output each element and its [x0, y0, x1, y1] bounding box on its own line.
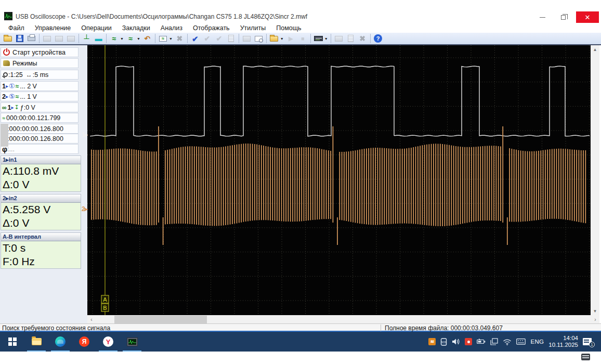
help-icon: ?	[374, 34, 382, 43]
language-indicator[interactable]: ENG	[530, 339, 544, 345]
export-doc-icon[interactable]	[345, 33, 357, 44]
edit-signal-icon[interactable]	[65, 33, 77, 44]
power-icon	[3, 49, 10, 56]
sidebar-item-trigger[interactable]: ∞ 1 ▸ ↧ ƒ:0 V ▶	[1, 102, 79, 112]
apply-check-icon[interactable]: ✔	[189, 33, 201, 44]
channel1-marker[interactable]: 1▸	[82, 131, 87, 138]
volume-icon[interactable]	[452, 338, 460, 345]
sidebar-item-channel1[interactable]: 1 ▸ ① ≈ ... 2 V ◀▶	[1, 81, 79, 91]
scroll-up-icon[interactable]: ▲	[591, 45, 599, 54]
sidebar-item-phase[interactable]: φ :... ▶	[1, 144, 79, 154]
selection-icon[interactable]: ▬	[93, 33, 104, 44]
battery-icon[interactable]	[477, 339, 486, 345]
tray-recorder-icon[interactable]	[465, 338, 472, 345]
menu-control[interactable]: Управление	[30, 24, 76, 33]
menu-bookmarks[interactable]: Закладки	[117, 24, 155, 33]
print-icon[interactable]	[25, 33, 37, 44]
check-all-icon[interactable]: ✔	[213, 33, 225, 44]
sidebar-item-cursor-a[interactable]: A :000:00:00.126.800 ◀▶	[1, 124, 79, 134]
panel-header[interactable]: 1▸in1	[1, 156, 81, 164]
sidebar-item-zoom-sweep[interactable]: :1:25 ↔ :5 ms ◀▶	[1, 70, 79, 80]
tray-sos-icon[interactable]: SOS	[440, 338, 447, 346]
tray-app-icon[interactable]: ≋	[428, 338, 436, 345]
zoom-horizontal-icon-dropdown[interactable]: ▼	[137, 37, 140, 41]
play-icon[interactable]: ▶	[285, 33, 297, 44]
vertical-scroll-thumb[interactable]	[1, 124, 8, 147]
toolbar-separator	[370, 34, 371, 43]
panel-header[interactable]: 2▸in2	[1, 194, 81, 203]
save-file-icon[interactable]	[14, 33, 25, 44]
sidebar-item-modes[interactable]: Режимы ▶	[1, 58, 79, 68]
taskbar-oscilloscope[interactable]	[121, 332, 143, 352]
report-icon[interactable]	[225, 33, 237, 44]
toolbar-separator	[106, 34, 107, 43]
sidebar-item-channel2[interactable]: 2 ▸ ⑤ ≈ ... 1 V ◀▶	[1, 92, 79, 101]
panel-header[interactable]: A-B интервал	[1, 233, 81, 241]
delete-marker-icon[interactable]: ✖	[174, 33, 186, 44]
view-panels-icon[interactable]: ≈	[157, 33, 169, 44]
measure-panel-icon-dropdown[interactable]: ▼	[324, 37, 328, 41]
load-template-icon[interactable]	[268, 33, 280, 44]
copy-fragment-icon[interactable]	[53, 33, 65, 44]
edit-signal-icon	[67, 36, 75, 42]
menu-file[interactable]: Файл	[3, 24, 30, 33]
scroll-down-icon[interactable]: ▼	[591, 307, 599, 315]
value-delta: Δ:0 V	[1, 178, 81, 191]
open-file-icon[interactable]	[2, 33, 14, 44]
report-icon	[228, 35, 234, 42]
notification-center-icon[interactable]: 1	[583, 338, 592, 345]
open-file-icon	[4, 36, 12, 42]
scroll-right-icon[interactable]: ›	[591, 315, 599, 324]
chart-grid-icon[interactable]	[241, 33, 253, 44]
check-all-icon: ✔	[216, 35, 222, 42]
touch-keyboard-tray-icon[interactable]	[516, 339, 526, 345]
stop-icon[interactable]: ■	[297, 33, 309, 44]
chart-grid-icon	[243, 36, 251, 42]
sidebar-item-start-device[interactable]: Старт устройства ▶	[1, 47, 79, 57]
sidebar-item-current-time[interactable]: ≈ 000:00:00.121.799 ◀▶	[1, 113, 79, 123]
copy-image-icon[interactable]	[41, 33, 53, 44]
touch-keyboard-icon[interactable]	[581, 354, 590, 360]
menu-utilities[interactable]: Утилиты	[235, 24, 271, 33]
taskbar-file-explorer[interactable]	[25, 332, 48, 352]
clock[interactable]: 14:04 10.11.2025	[548, 335, 578, 348]
export-image-icon	[335, 36, 343, 42]
menu-display[interactable]: Отображать	[188, 24, 235, 33]
check-next-icon[interactable]: ✔	[201, 33, 213, 44]
zoom-vertical-icon[interactable]: ≈	[108, 33, 120, 44]
delete-file-icon[interactable]: ✖	[357, 33, 369, 44]
scroll-left-icon[interactable]: ‹	[87, 315, 96, 324]
save-file-icon	[16, 35, 23, 42]
horizontal-scrollbar[interactable]: ‹ ›	[87, 315, 599, 324]
search-signal-icon[interactable]	[253, 33, 265, 44]
horizontal-scroll-thumb[interactable]	[114, 316, 207, 323]
close-button[interactable]: ✕	[576, 11, 599, 23]
taskbar-edge[interactable]	[49, 332, 72, 352]
waveform-display[interactable]: AB	[87, 45, 591, 315]
zoom-vertical-icon-dropdown[interactable]: ▼	[120, 37, 124, 41]
help-icon[interactable]: ?	[372, 33, 384, 44]
load-template-icon-dropdown[interactable]: ▼	[280, 37, 284, 41]
trigger-edge-icon: ↧	[15, 104, 19, 111]
view-panels-icon-dropdown[interactable]: ▼	[169, 37, 173, 41]
measure-panel-icon[interactable]	[312, 33, 324, 44]
undo-icon[interactable]: ↶	[141, 33, 153, 44]
export-image-icon[interactable]	[333, 33, 345, 44]
menu-analysis[interactable]: Анализ	[155, 24, 188, 33]
start-button[interactable]	[1, 332, 24, 352]
vertical-scrollbar[interactable]: ▲ ▼	[591, 45, 599, 315]
restore-button[interactable]	[554, 11, 572, 23]
taskbar-yandex[interactable]: Я	[73, 332, 96, 352]
channel2-marker[interactable]: 2▸	[82, 205, 87, 213]
selection-icon: ▬	[95, 35, 102, 42]
toolbar-separator	[79, 34, 79, 43]
impulse-icon[interactable]: ┴	[81, 33, 93, 44]
wifi-icon[interactable]	[503, 339, 512, 345]
virtual-desktops-icon[interactable]	[490, 338, 498, 345]
menu-help[interactable]: Помощь	[271, 24, 306, 33]
menu-operations[interactable]: Операции	[76, 24, 116, 33]
minimize-button[interactable]	[533, 11, 551, 23]
zoom-horizontal-icon[interactable]: ≈	[125, 33, 137, 44]
sidebar-item-cursor-b[interactable]: B :000:00:00.126.800 ◀▶	[1, 134, 79, 144]
taskbar-yandex-browser[interactable]: Y	[97, 332, 120, 352]
